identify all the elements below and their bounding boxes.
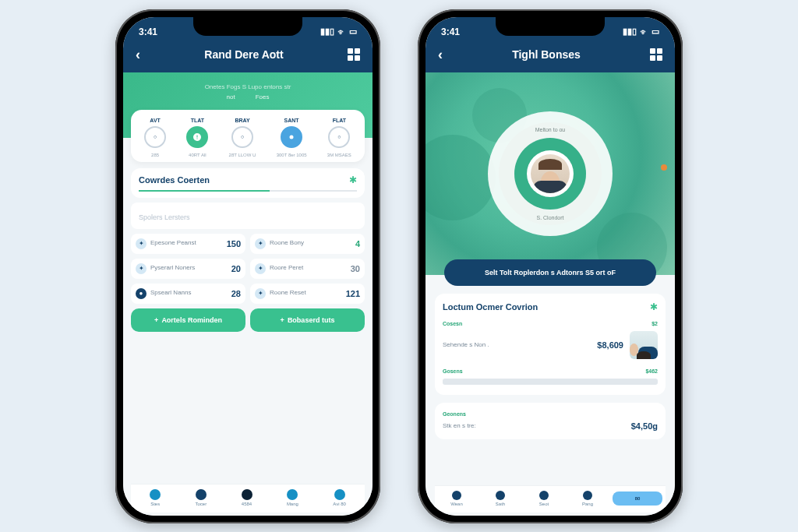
stat-item[interactable]: ✦ Roore Peret 30 [250, 259, 365, 279]
search-input[interactable]: Spolers Lersters [131, 203, 365, 229]
svg-point-0 [290, 135, 294, 139]
screen-left: 3:41 ▮▮▯ ᯤ ▭ ‹ Rand Dere Aott Onetes Fog… [123, 17, 373, 516]
section-card: Cowrdes Coerten ✱ [131, 168, 365, 198]
radio-icon[interactable]: ○ [231, 126, 253, 148]
category-sub: 28T LLOW U [229, 153, 256, 157]
wifi-icon: ᯤ [640, 27, 648, 37]
stat-item[interactable]: ● Spsearl Nanns 28 [131, 284, 245, 304]
tab-item[interactable]: Wean [435, 491, 478, 506]
tab-bar: Stes Tocer 4584 Mang Avi 80 [131, 484, 365, 513]
stat-item[interactable]: ✦ Pyserarl Noners 20 [131, 259, 245, 279]
stat-label: Spsearl Nanns [150, 290, 228, 297]
list-row[interactable]: Geonens [443, 409, 658, 419]
tab-icon [242, 489, 252, 500]
status-icons: ▮▮▯ ᯤ ▭ [320, 26, 357, 37]
progress-underline [139, 190, 357, 192]
screen-right: 3:41 ▮▮▯ ᯤ ▭ ‹ Tighl Bonses Melton to ou [425, 17, 675, 516]
notch [193, 17, 302, 36]
category-item[interactable]: AVT ○ 285 [144, 118, 166, 157]
ring-label-top: Melton to ou [535, 127, 566, 132]
plus-icon: + [281, 316, 284, 324]
stat-label: Roone Bony [270, 240, 351, 247]
hero-tab[interactable]: Foes [256, 93, 270, 100]
tab-icon [334, 489, 345, 500]
page-title: Tighl Bonses [443, 48, 650, 61]
tab-icon [196, 489, 207, 500]
banner-button[interactable]: Selt Tolt Roplerdon s Adtonrs S5 ort oF [444, 259, 656, 286]
status-icons: ▮▮▯ ᯤ ▭ [623, 26, 659, 37]
stat-item[interactable]: ✦ Roone Bony 4 [250, 234, 365, 254]
hero-tabs: not Foes [136, 93, 360, 100]
battery-icon: ▭ [651, 26, 659, 37]
tab-item[interactable]: Pang [566, 491, 609, 506]
tab-item[interactable]: Tocer [196, 489, 207, 506]
stat-value: 20 [231, 264, 241, 273]
category-item[interactable]: FLAT ○ 3M MSAES [327, 118, 351, 157]
tab-icon [539, 491, 549, 500]
tab-item[interactable]: Stes [150, 489, 161, 506]
list-row[interactable]: Gosens $462 [443, 366, 658, 376]
radio-icon[interactable] [186, 126, 208, 148]
sparkle-icon[interactable]: ✱ [349, 174, 357, 185]
tab-bar: Wean Sath Seot Pang 80 [435, 485, 666, 513]
tab-item-active[interactable]: 80 [613, 491, 662, 506]
stat-item[interactable]: ✦ Epesone Peanst 150 [131, 234, 245, 254]
list-row[interactable]: Stk en s tre: $4,50g [443, 419, 658, 433]
category-item[interactable]: TLAT 40RT All [186, 118, 208, 157]
banner-label: Selt Tolt Roplerdon s Adtonrs S5 ort oF [485, 269, 616, 277]
menu-grid-icon[interactable] [650, 48, 662, 61]
tab-icon [150, 489, 161, 500]
stat-value: 4 [355, 239, 360, 248]
wifi-icon: ᯤ [337, 27, 346, 37]
list-row[interactable]: Cosesn $2 [443, 319, 658, 329]
list-row[interactable]: Sehende s Non . $8,609 [443, 329, 658, 361]
search-placeholder: Spolers Lersters [139, 213, 190, 221]
cta-row: + Aortels Rominden + Bobaserd tuts [131, 308, 365, 332]
avatar-thumb [630, 331, 658, 359]
tab-icon [583, 491, 592, 500]
category-label: AVT [150, 118, 160, 123]
stat-value: 150 [227, 239, 241, 248]
ring-label-bottom: S. Clondort [536, 215, 563, 220]
stat-item[interactable]: ✦ Roone Reset 121 [250, 284, 365, 304]
stat-icon: ✦ [255, 238, 266, 249]
stat-icon: ✦ [136, 238, 147, 249]
cta-button-right[interactable]: + Bobaserd tuts [250, 308, 365, 332]
radio-icon[interactable]: ○ [328, 126, 350, 148]
row-price: $4,50g [631, 421, 658, 431]
cta-button-left[interactable]: + Aortels Rominden [131, 308, 245, 332]
section-card: Geonens Stk en s tre: $4,50g [435, 403, 666, 439]
menu-grid-icon[interactable] [348, 48, 360, 61]
tab-item[interactable]: 4584 [242, 489, 252, 506]
section-title: Cowrdes Coerten [139, 175, 210, 185]
radio-icon[interactable] [281, 126, 302, 148]
stat-label: Roore Peret [270, 265, 347, 272]
category-card: AVT ○ 285 TLAT 40RT All BRAY ○ 28T LLOW … [131, 110, 365, 162]
stat-value: 28 [231, 289, 241, 298]
tab-item[interactable]: Mang [287, 489, 298, 506]
row-badge: $462 [645, 368, 658, 374]
radio-icon[interactable]: ○ [144, 126, 166, 148]
avatar [531, 154, 570, 193]
row-price: $8,609 [597, 340, 623, 350]
category-sub: 285 [151, 153, 159, 157]
category-label: SANT [284, 118, 299, 123]
section-card: Loctum Ocmer Covrion ✱ Cosesn $2 Sehende… [435, 294, 666, 395]
tab-item[interactable]: Sath [478, 491, 522, 506]
section-title: Loctum Ocmer Covrion [443, 302, 538, 312]
page-title: Rand Dere Aott [140, 48, 348, 61]
category-item[interactable]: SANT 300T 8er 1005 [277, 118, 307, 157]
tab-item[interactable]: Seot [522, 491, 566, 506]
tab-item[interactable]: Avi 80 [333, 489, 346, 506]
category-label: TLAT [191, 118, 204, 123]
hero-tab[interactable]: not [227, 93, 235, 100]
category-item[interactable]: BRAY ○ 28T LLOW U [229, 118, 256, 157]
profile-ring[interactable]: Melton to ou S. Clondort [488, 111, 613, 236]
notch [496, 17, 605, 36]
sparkle-icon[interactable]: ✱ [650, 301, 658, 312]
content-area: Selt Tolt Roplerdon s Adtonrs S5 ort oF … [425, 275, 675, 516]
status-time: 3:41 [139, 26, 157, 37]
plus-icon: + [154, 316, 158, 324]
row-label: Sehende s Non . [443, 341, 489, 348]
tab-icon [452, 491, 461, 500]
